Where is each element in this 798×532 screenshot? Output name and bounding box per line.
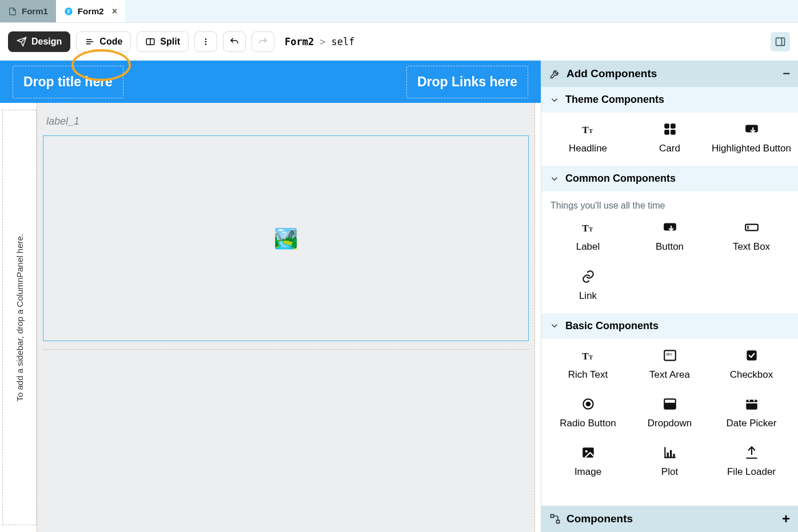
breadcrumb: Form2 > self	[285, 36, 354, 47]
component-headline[interactable]: TTHeadline	[547, 121, 629, 154]
toolbar-right	[771, 32, 790, 51]
title-drop-zone[interactable]: Drop title here	[13, 66, 123, 98]
radio-icon	[578, 395, 598, 413]
component-text-area[interactable]: abcText Area	[629, 347, 711, 381]
section-basic-body: TTRich TextabcText AreaCheckboxRadio But…	[541, 339, 798, 490]
sidebar-drop-zone[interactable]: To add a sidebar, drop a ColumnPanel her…	[2, 110, 37, 525]
file-icon	[8, 7, 17, 16]
code-button[interactable]: Code	[76, 31, 131, 52]
svg-text:T: T	[582, 125, 589, 135]
more-button[interactable]	[194, 31, 217, 52]
drop-separator	[43, 349, 529, 350]
component-highlighted-button[interactable]: Highlighted Button	[711, 121, 792, 154]
component-link[interactable]: Link	[547, 268, 629, 302]
svg-rect-43	[673, 454, 675, 458]
svg-rect-33	[746, 399, 757, 409]
plus-icon[interactable]: +	[782, 511, 790, 527]
add-components-header[interactable]: Add Components −	[541, 61, 798, 87]
tab-form1[interactable]: Form1	[0, 0, 56, 22]
tab-form2[interactable]: Form2 ×	[56, 0, 125, 22]
undo-button[interactable]	[223, 31, 246, 52]
svg-text:abc: abc	[666, 352, 672, 356]
components-footer[interactable]: Components +	[541, 506, 798, 532]
component-checkbox[interactable]: Checkbox	[711, 347, 792, 381]
undo-icon	[229, 37, 240, 47]
component-rich-text[interactable]: TTRich Text	[547, 347, 629, 381]
component-label[interactable]: TTLabel	[547, 219, 629, 253]
label-component[interactable]: label_1	[46, 115, 529, 127]
panel-toggle-button[interactable]	[771, 32, 790, 51]
tab-label: Form1	[22, 6, 48, 16]
component-text-box[interactable]: Text Box	[711, 219, 792, 253]
component-label: Date Picker	[727, 417, 777, 429]
date-icon	[742, 395, 761, 413]
image-icon	[578, 444, 598, 461]
component-label: Radio Button	[560, 417, 616, 429]
breadcrumb-leaf[interactable]: self	[331, 36, 354, 47]
minus-icon[interactable]: −	[783, 66, 790, 81]
svg-rect-16	[671, 130, 676, 135]
dots-vertical-icon	[201, 37, 211, 47]
section-title: Basic Components	[565, 320, 659, 332]
links-drop-zone[interactable]: Drop Links here	[406, 66, 528, 98]
image-placeholder-icon: 🏞️	[274, 227, 298, 250]
svg-point-6	[205, 38, 207, 40]
hbutton-icon	[660, 219, 680, 236]
image-component[interactable]: 🏞️	[43, 135, 529, 341]
component-plot[interactable]: Plot	[629, 444, 711, 478]
section-common-body: Things you'll use all the time TTLabelBu…	[541, 191, 798, 313]
upload-icon	[742, 444, 761, 461]
svg-rect-15	[664, 130, 669, 135]
component-button[interactable]: Button	[629, 219, 711, 253]
section-common-header[interactable]: Common Components	[541, 166, 798, 191]
component-image[interactable]: Image	[547, 444, 629, 478]
svg-rect-42	[670, 450, 672, 458]
paper-plane-icon	[17, 37, 27, 47]
redo-button[interactable]	[252, 31, 274, 52]
svg-rect-27	[747, 350, 756, 360]
textarea-icon: abc	[660, 347, 680, 364]
breadcrumb-root[interactable]: Form2	[285, 36, 314, 47]
checkbox-icon	[742, 347, 761, 364]
component-radio-button[interactable]: Radio Button	[547, 395, 629, 429]
svg-point-8	[205, 43, 207, 45]
svg-text:T: T	[582, 350, 589, 361]
svg-rect-41	[667, 453, 668, 458]
tree-icon	[549, 513, 561, 525]
component-card[interactable]: Card	[629, 121, 711, 154]
text-icon: TT	[578, 219, 598, 236]
component-label: Image	[574, 466, 601, 478]
canvas-area: Drop title here Drop Links here To add a…	[0, 61, 541, 532]
canvas-body: To add a sidebar, drop a ColumnPanel her…	[0, 103, 541, 532]
close-icon[interactable]: ×	[112, 6, 117, 17]
section-title: Common Components	[565, 173, 676, 185]
component-label: Highlighted Button	[712, 142, 791, 154]
section-theme-header[interactable]: Theme Components	[541, 87, 798, 113]
svg-point-7	[205, 41, 207, 43]
list-icon	[85, 37, 95, 47]
text-icon: TT	[578, 121, 598, 138]
code-label: Code	[99, 37, 122, 47]
split-button[interactable]: Split	[137, 31, 189, 52]
component-date-picker[interactable]: Date Picker	[711, 395, 792, 429]
right-panel: Add Components − Theme Components TTHead…	[541, 61, 798, 532]
chevron-right-icon: >	[320, 36, 325, 47]
chevron-down-icon	[549, 321, 560, 331]
svg-text:T: T	[589, 127, 593, 134]
text-icon: TT	[578, 347, 598, 364]
panel-scroll[interactable]: Theme Components TTHeadlineCardHighlight…	[541, 87, 798, 506]
plot-icon	[660, 444, 680, 461]
form-canvas[interactable]: label_1 🏞️	[37, 103, 535, 532]
component-file-loader[interactable]: File Loader	[711, 444, 792, 478]
component-label: Dropdown	[648, 417, 692, 429]
split-icon	[145, 37, 155, 47]
svg-rect-9	[776, 38, 785, 45]
section-basic-header[interactable]: Basic Components	[541, 313, 798, 339]
toolbar: Design Code Split Form2 > self	[0, 23, 798, 61]
split-label: Split	[160, 37, 180, 47]
component-label: Text Area	[649, 369, 690, 381]
design-button[interactable]: Design	[8, 31, 70, 52]
component-dropdown[interactable]: Dropdown	[629, 395, 711, 429]
svg-rect-21	[745, 225, 758, 231]
sidebar-hint-label: To add a sidebar, drop a ColumnPanel her…	[15, 234, 25, 402]
